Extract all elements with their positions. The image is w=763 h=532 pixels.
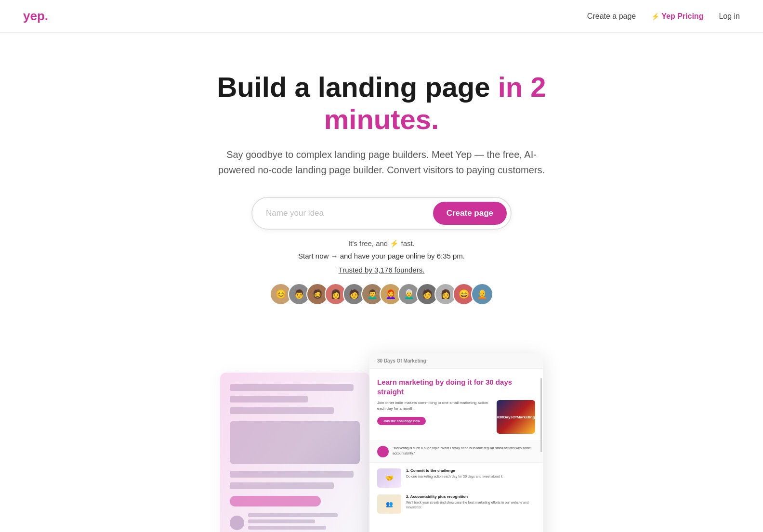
feature-text-1: 1. Commit to the challenge Do one market… xyxy=(406,468,503,479)
avatar: 🧑‍🦲 xyxy=(471,283,493,305)
feature-desc-2: We'll track your streak and showcase the… xyxy=(406,500,535,510)
wf-avatar-row xyxy=(230,513,360,532)
start-now-text: Start now → and have your page online by… xyxy=(174,252,589,260)
wf-avatar xyxy=(230,516,244,530)
wf-bar xyxy=(230,384,354,391)
feature-desc-1: Do one marketing action each day for 30 … xyxy=(406,474,503,479)
tagline: It's free, and ⚡ fast. xyxy=(174,239,589,248)
feature-text-2: 2. Accountability plus recognition We'll… xyxy=(406,494,535,510)
logo-dot: . xyxy=(45,9,48,23)
lp-testimonial: "Marketing is such a huge topic. What I … xyxy=(369,441,543,463)
logo[interactable]: yep. xyxy=(23,9,48,24)
pricing-link[interactable]: ⚡ Yep Pricing xyxy=(651,12,703,21)
wf-bar xyxy=(230,482,334,489)
testimonial-avatar xyxy=(377,446,389,457)
wireframe-preview xyxy=(220,373,369,532)
lp-hero-title: Learn marketing by doing it for 30 days … xyxy=(377,377,535,396)
scrollbar[interactable] xyxy=(540,378,542,452)
lp-feature-1: 🤝 1. Commit to the challenge Do one mark… xyxy=(377,468,535,488)
wf-text-line xyxy=(248,519,315,523)
testimonial-text: "Marketing is such a huge topic. What I … xyxy=(393,446,535,456)
lp-features: 🤝 1. Commit to the challenge Do one mark… xyxy=(369,463,543,526)
wf-image xyxy=(230,421,360,464)
tagline-row: It's free, and ⚡ fast. Start now → and h… xyxy=(174,239,589,274)
lightning-icon: ⚡ xyxy=(651,13,659,20)
navbar: yep. Create a page ⚡ Yep Pricing Log in xyxy=(0,0,763,33)
hero-title-part1: Build a landing page xyxy=(217,71,498,103)
lp-hero-body: Join other indie makers committing to on… xyxy=(377,400,535,434)
lp-feature-2: 👥 2. Accountability plus recognition We'… xyxy=(377,494,535,514)
wf-text-block xyxy=(248,513,360,532)
lp-header: 30 Days Of Marketing xyxy=(369,353,543,369)
feature-image-2: 👥 xyxy=(377,494,401,514)
trusted-link[interactable]: Trusted by 3,176 founders. xyxy=(339,266,425,274)
feature-title-1: 1. Commit to the challenge xyxy=(406,468,503,473)
lp-hero-desc: Join other indie makers committing to on… xyxy=(377,400,492,412)
idea-input[interactable] xyxy=(266,208,433,218)
preview-section: 30 Days Of Marketing Learn marketing by … xyxy=(117,353,646,532)
tagline-text: It's free, and xyxy=(348,239,388,247)
feature-title-2: 2. Accountability plus recognition xyxy=(406,494,535,499)
hands-icon: 🤝 xyxy=(377,468,401,488)
login-link[interactable]: Log in xyxy=(719,12,740,21)
hero-title: Build a landing page in 2 minutes. xyxy=(174,71,589,135)
logo-text: yep xyxy=(23,9,45,23)
wf-bar xyxy=(230,471,354,478)
create-page-link[interactable]: Create a page xyxy=(587,12,636,21)
wf-text-line xyxy=(248,526,326,530)
feature-image-1: 🤝 xyxy=(377,468,401,488)
idea-form: Create page xyxy=(251,197,512,230)
tagline-fast: fast. xyxy=(401,239,415,247)
founder-avatars: 😊 👨 🧔 👩 🧑 👨‍🦱 👩‍🦰 👨‍🦳 🧑 👩 😄 🧑‍🦲 xyxy=(174,283,589,305)
create-page-button[interactable]: Create page xyxy=(433,202,507,225)
lp-hero: Learn marketing by doing it for 30 days … xyxy=(369,369,543,441)
lp-hero-image: #30DaysOfMarketing xyxy=(497,400,535,434)
hero-section: Build a landing page in 2 minutes. Say g… xyxy=(165,33,598,353)
nav-links: Create a page ⚡ Yep Pricing Log in xyxy=(587,12,740,21)
bolt-icon: ⚡ xyxy=(390,239,399,247)
people-icon: 👥 xyxy=(377,494,401,514)
lp-hero-text: Join other indie makers committing to on… xyxy=(377,400,492,434)
landing-page-preview: 30 Days Of Marketing Learn marketing by … xyxy=(369,353,543,532)
wf-button xyxy=(230,496,321,506)
lp-cta-button[interactable]: Join the challenge now xyxy=(377,417,426,425)
wf-bar xyxy=(230,407,334,414)
hero-subtitle: Say goodbye to complex landing page buil… xyxy=(208,147,555,178)
wf-text-line xyxy=(248,513,338,517)
wf-bar xyxy=(230,396,308,402)
pricing-label: Yep Pricing xyxy=(661,12,703,21)
